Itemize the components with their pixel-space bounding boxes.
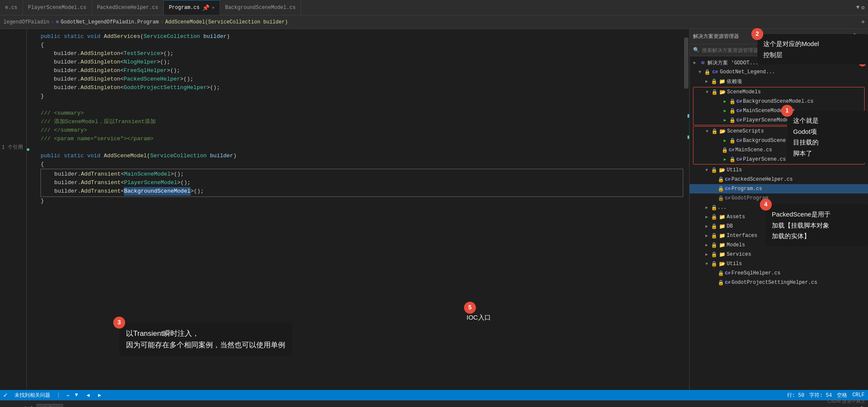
- code-line: builder.AddSingleton<FreeSqlHelper>();: [40, 66, 683, 75]
- lock-icon: 🔒: [729, 138, 736, 144]
- tree-arrow2: ▶: [722, 157, 728, 162]
- tree-item-project[interactable]: ▼ 🔒 C# GodotNet_Legend...: [690, 67, 868, 77]
- tree-item-scenemodels[interactable]: ▼ 🔒 📂 SceneModels: [693, 87, 864, 97]
- tree-arrow: ▶: [703, 214, 710, 219]
- search-icon: 🔍: [693, 47, 699, 53]
- status-dropdown-icon[interactable]: ▼: [75, 392, 78, 398]
- tree-label: SceneModels: [727, 89, 862, 95]
- cs-icon: C#: [729, 147, 734, 153]
- annotation-badge-3: 3: [113, 317, 125, 329]
- tree-arrow: ▶: [703, 79, 710, 84]
- tree-label: 依赖项: [727, 78, 866, 85]
- lock-icon: 🔒: [711, 78, 717, 85]
- folder-icon: 📁: [718, 232, 726, 240]
- build-label: 生成: [23, 405, 33, 407]
- tree-item-godotprogram[interactable]: 🔒 C# GodotProgram: [690, 193, 868, 203]
- code-content: 1 个引用 public static void AddServices(Ser…: [0, 29, 689, 390]
- tab-label: BackgroundSceneModel.cs: [225, 5, 296, 11]
- annotation-badge-2: 2: [751, 29, 763, 40]
- tab-pin-icon: 📌: [202, 4, 209, 12]
- tab-e-cs[interactable]: e.cs: [0, 0, 23, 15]
- tab-program-cs[interactable]: Program.cs 📌 ✕: [164, 0, 220, 15]
- tree-item-services[interactable]: ▶ 🔒 📁 Services: [690, 250, 868, 259]
- editor-area[interactable]: 1 个引用 public static void AddServices(Ser…: [0, 29, 689, 390]
- scroll-marker2: [688, 136, 689, 139]
- breadcrumb-method[interactable]: AddSceneModel(ServiceCollection builder): [165, 19, 288, 25]
- code-line: public static void AddServices(ServiceCo…: [40, 32, 683, 41]
- code-line: public static void AddSceneModel(Service…: [40, 152, 683, 160]
- lock-icon: 🔒: [718, 270, 724, 277]
- tree-arrow: ▶: [703, 233, 710, 238]
- tree-label: BackgroundSceneModel.cs: [743, 98, 862, 104]
- status-errors: 未找到相关问题: [14, 392, 50, 399]
- line-numbers: 1 个引用: [0, 29, 27, 390]
- code-line: builder.AddSingleton<NlogHelper>();: [40, 58, 683, 66]
- code-line: {: [40, 41, 683, 49]
- tree-item-utils[interactable]: ▼ 🔒 📂 Utils: [690, 165, 868, 175]
- tab-packedscenehelper[interactable]: PackedSceneHelper.cs: [92, 0, 164, 15]
- tree-arrow: [714, 99, 721, 104]
- code-line: builder.AddSingleton<PackedSceneHelper>(…: [40, 75, 683, 84]
- code-line: builder.AddTransient<MainSceneModel>();: [41, 170, 683, 179]
- tree-item-program[interactable]: 🔒 C# Program.cs: [690, 184, 868, 193]
- lock-icon: 🔒: [718, 280, 724, 286]
- lock-icon: 🔒: [729, 117, 736, 124]
- tree-item-bg-scene-model[interactable]: ▶ 🔒 C# BackgroundSceneModel.cs: [693, 97, 864, 106]
- tree-item-godotprojectsettinghelper[interactable]: 🔒 C# GodotProjectSettingHelper.cs: [690, 278, 868, 287]
- tree-arrow: [710, 187, 717, 191]
- scrollbar-thumb[interactable]: [684, 38, 688, 89]
- folder-icon: 📁: [718, 78, 726, 85]
- main-layout: 1 个引用 public static void AddServices(Ser…: [0, 29, 868, 390]
- status-pencil-icon: ✏: [67, 392, 70, 398]
- editor-scrollbar[interactable]: [683, 29, 689, 390]
- folder-open-icon: 📂: [719, 127, 726, 135]
- tree-label: Program.cs: [731, 186, 866, 192]
- tree-item-deps[interactable]: ▶ 🔒 📁 依赖项: [690, 77, 868, 86]
- breadcrumb-namespace[interactable]: GodotNet_LegendOfPaladin.Program: [60, 19, 158, 25]
- tree-item-freesqlhelper[interactable]: 🔒 C# FreeSqlHelper.cs: [690, 268, 868, 278]
- code-line: /// <param name="service"></param>: [40, 135, 683, 143]
- tree-arrow: [714, 109, 721, 113]
- tab-backgroundscenemodel[interactable]: BackgroundSceneModel.cs: [220, 0, 301, 15]
- tree-item-utils2[interactable]: ▼ 🔒 📂 Utils: [690, 259, 868, 268]
- cs-icon: C#: [736, 99, 742, 104]
- breadcrumb-project[interactable]: legendOfPaladin: [3, 19, 49, 25]
- tab-settings-icon[interactable]: ⚙: [861, 4, 865, 11]
- build-dropdown[interactable]: 生成: [37, 404, 63, 407]
- tree-arrow: ▶: [703, 242, 710, 248]
- tree-arrow2: ▶: [722, 138, 728, 143]
- tree-label: GodotProjectSettingHelper.cs: [731, 280, 866, 286]
- annotation-box-2: 2 这个是对应的Model控制层: [757, 34, 868, 64]
- tree-arrow: [714, 118, 721, 123]
- bottom-panel: ▼ ▲ ✕ 生成 生成 ⇐ ⇒ ≡ ⊙ ⏱: [0, 400, 868, 407]
- annotation-box-1: 1 这个就是Godot项目挂载的脚本了: [787, 111, 868, 163]
- tab-close-icon[interactable]: ✕: [212, 5, 215, 10]
- code-line: /// 添加SceneModel，应以Transient添加: [40, 118, 683, 126]
- lock-icon: 🔒: [729, 108, 736, 114]
- right-panel: 解决方案资源管理器 ⊞ ↩ ⇆ ⊡ ⊞ 🔧 ⊡ 🔍 ▶ ⊞ 解决方案 'GODO…: [689, 29, 868, 390]
- cs-project-icon: C#: [711, 68, 719, 76]
- cs-icon: C#: [736, 108, 742, 113]
- tree-arrow2: ▶: [722, 118, 728, 123]
- tree-arrow: [714, 148, 721, 153]
- lock-icon: 🔒: [729, 98, 736, 105]
- tab-playerscenemodel[interactable]: PlayerSceneModel.cs: [23, 0, 92, 15]
- status-col: 字符: 54: [809, 392, 832, 399]
- code-line: [40, 101, 683, 109]
- tab-overflow-icon[interactable]: ▼: [856, 4, 859, 11]
- cs-icon: C#: [725, 196, 730, 201]
- tree-item-packedscenehelper[interactable]: 🔒 C# PackedSceneHelper.cs: [690, 175, 868, 184]
- code-line: }: [40, 197, 683, 205]
- cs-icon: C#: [736, 118, 742, 123]
- breadcrumb-expand-icon[interactable]: ⊕: [862, 19, 865, 25]
- highlighted-code-block: builder.AddTransient<MainSceneModel>(); …: [40, 169, 683, 197]
- folder-icon: 📁: [718, 251, 726, 258]
- lock-icon: 🔒: [711, 233, 717, 239]
- lock-icon: 🔒: [711, 128, 718, 135]
- cs-icon: C#: [736, 157, 742, 162]
- tree-arrow: ▶: [703, 224, 710, 229]
- folder-icon: ...: [718, 204, 726, 211]
- status-nav-left[interactable]: ◀: [86, 392, 89, 398]
- status-nav-right[interactable]: ▶: [98, 392, 101, 398]
- status-bar: ✓ 未找到相关问题 | ✏ ▼ ◀ ▶ 行: 50 字符: 54 空格 CRLF: [0, 390, 868, 400]
